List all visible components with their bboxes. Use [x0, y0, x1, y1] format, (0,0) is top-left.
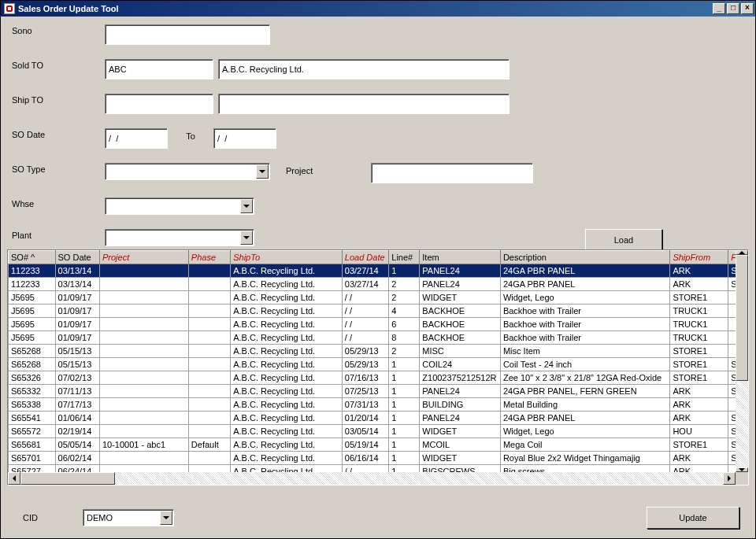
- cell-item[interactable]: COIL24: [420, 358, 501, 371]
- cell-so[interactable]: J5695: [9, 291, 56, 305]
- column-header-loaddate[interactable]: Load Date: [342, 251, 389, 264]
- cid-combo[interactable]: DEMO: [83, 509, 174, 526]
- cell-shipto[interactable]: A.B.C. Recycling Ltd.: [231, 371, 343, 385]
- cell-loaddate[interactable]: 05/29/13: [342, 358, 389, 371]
- cell-item[interactable]: WIDGET: [420, 425, 501, 438]
- cell-item[interactable]: Z1002375212512R: [420, 371, 501, 385]
- cell-so[interactable]: S65541: [9, 412, 56, 425]
- cell-loaddate[interactable]: 01/20/14: [342, 412, 389, 425]
- cell-phase[interactable]: [188, 291, 230, 305]
- cell-loaddate[interactable]: 06/16/14: [342, 452, 389, 465]
- cell-project[interactable]: [99, 345, 188, 358]
- dropdown-icon[interactable]: [256, 164, 269, 179]
- update-button[interactable]: Update: [647, 507, 739, 529]
- cell-line[interactable]: 1: [389, 425, 420, 438]
- column-header-so[interactable]: SO# ^: [9, 251, 56, 264]
- cell-phase[interactable]: [188, 318, 230, 331]
- cell-project[interactable]: 10-10001 - abc1: [99, 438, 188, 452]
- cell-desc[interactable]: 24GA PBR PANEL: [500, 412, 670, 425]
- cell-line[interactable]: 1: [389, 371, 420, 385]
- cell-sodate[interactable]: 05/15/13: [55, 345, 99, 358]
- cell-desc[interactable]: Metal Building: [500, 398, 670, 412]
- cell-so[interactable]: S65326: [9, 371, 56, 385]
- table-row[interactable]: S6568105/05/1410-10001 - abc1DefaultA.B.…: [9, 438, 748, 452]
- cell-phase[interactable]: [188, 264, 230, 278]
- cell-shipfrom[interactable]: ARK: [670, 385, 728, 398]
- horizontal-scrollbar[interactable]: [8, 472, 736, 485]
- shipto-name-input[interactable]: [218, 94, 510, 114]
- horizontal-scroll-thumb[interactable]: [20, 472, 115, 485]
- vertical-scroll-thumb[interactable]: [736, 255, 748, 381]
- cell-loaddate[interactable]: 03/27/14: [342, 278, 389, 291]
- cell-line[interactable]: 6: [389, 318, 420, 331]
- cell-so[interactable]: S65268: [9, 345, 56, 358]
- cell-so[interactable]: J5695: [9, 305, 56, 318]
- cell-sodate[interactable]: 01/09/17: [55, 331, 99, 345]
- cell-sodate[interactable]: 03/13/14: [55, 264, 99, 278]
- cell-shipfrom[interactable]: STORE1: [670, 371, 728, 385]
- cell-phase[interactable]: [188, 425, 230, 438]
- cell-sodate[interactable]: 03/13/14: [55, 278, 99, 291]
- column-header-line[interactable]: Line#: [389, 251, 420, 264]
- cell-phase[interactable]: Default: [188, 438, 230, 452]
- cell-shipfrom[interactable]: ARK: [670, 264, 728, 278]
- cell-shipfrom[interactable]: ARK: [670, 278, 728, 291]
- cell-phase[interactable]: [188, 452, 230, 465]
- cell-sodate[interactable]: 01/09/17: [55, 318, 99, 331]
- cell-sodate[interactable]: 07/17/13: [55, 398, 99, 412]
- cell-shipfrom[interactable]: TRUCK1: [670, 318, 728, 331]
- table-row[interactable]: S6526805/15/13A.B.C. Recycling Ltd.05/29…: [9, 345, 748, 358]
- cell-line[interactable]: 4: [389, 305, 420, 318]
- column-header-shipfrom[interactable]: ShipFrom: [670, 251, 728, 264]
- cell-phase[interactable]: [188, 412, 230, 425]
- sodate-to-input[interactable]: [213, 128, 276, 149]
- cell-desc[interactable]: 24GA PBR PANEL: [500, 264, 670, 278]
- cell-sodate[interactable]: 01/06/14: [55, 412, 99, 425]
- table-row[interactable]: 11223303/13/14A.B.C. Recycling Ltd.03/27…: [9, 278, 748, 291]
- cell-so[interactable]: S65681: [9, 438, 56, 452]
- minimize-button[interactable]: _: [713, 3, 725, 14]
- cell-so[interactable]: S65332: [9, 385, 56, 398]
- cell-line[interactable]: 2: [389, 291, 420, 305]
- cell-project[interactable]: [99, 358, 188, 371]
- table-row[interactable]: S6557202/19/14A.B.C. Recycling Ltd.03/05…: [9, 425, 748, 438]
- cell-shipto[interactable]: A.B.C. Recycling Ltd.: [231, 331, 343, 345]
- cell-shipfrom[interactable]: TRUCK1: [670, 331, 728, 345]
- cell-shipto[interactable]: A.B.C. Recycling Ltd.: [231, 358, 343, 371]
- cell-loaddate[interactable]: 03/27/14: [342, 264, 389, 278]
- sotype-combo[interactable]: [105, 163, 270, 180]
- cell-item[interactable]: PANEL24: [420, 264, 501, 278]
- cell-so[interactable]: 112233: [9, 264, 56, 278]
- cell-line[interactable]: 1: [389, 385, 420, 398]
- cell-item[interactable]: BACKHOE: [420, 331, 501, 345]
- cell-desc[interactable]: Zee 10" x 2 3/8" x 21/8" 12GA Red-Oxide: [500, 371, 670, 385]
- cell-shipto[interactable]: A.B.C. Recycling Ltd.: [231, 438, 343, 452]
- cell-project[interactable]: [99, 318, 188, 331]
- cell-sodate[interactable]: 01/09/17: [55, 305, 99, 318]
- cell-so[interactable]: J5695: [9, 318, 56, 331]
- cell-project[interactable]: [99, 278, 188, 291]
- cell-phase[interactable]: [188, 385, 230, 398]
- cell-item[interactable]: MISC: [420, 345, 501, 358]
- cell-desc[interactable]: 24GA PBR PANEL, FERN GREEN: [500, 385, 670, 398]
- cell-line[interactable]: 1: [389, 398, 420, 412]
- table-row[interactable]: 11223303/13/14A.B.C. Recycling Ltd.03/27…: [9, 264, 748, 278]
- column-header-item[interactable]: Item: [420, 251, 501, 264]
- soldto-code-input[interactable]: [105, 59, 213, 79]
- soldto-name-input[interactable]: [218, 59, 510, 79]
- column-header-shipto[interactable]: ShipTo: [231, 251, 343, 264]
- cell-shipto[interactable]: A.B.C. Recycling Ltd.: [231, 398, 343, 412]
- column-header-desc[interactable]: Description: [500, 251, 670, 264]
- cell-loaddate[interactable]: 07/25/13: [342, 385, 389, 398]
- cell-loaddate[interactable]: 05/29/13: [342, 345, 389, 358]
- cell-so[interactable]: S65338: [9, 398, 56, 412]
- cell-phase[interactable]: [188, 305, 230, 318]
- cell-item[interactable]: WIDGET: [420, 452, 501, 465]
- cell-item[interactable]: MCOIL: [420, 438, 501, 452]
- cell-shipfrom[interactable]: TRUCK1: [670, 305, 728, 318]
- cell-so[interactable]: J5695: [9, 331, 56, 345]
- cell-project[interactable]: [99, 331, 188, 345]
- plant-combo[interactable]: [105, 229, 254, 246]
- cell-desc[interactable]: 24GA PBR PANEL: [500, 278, 670, 291]
- cell-phase[interactable]: [188, 278, 230, 291]
